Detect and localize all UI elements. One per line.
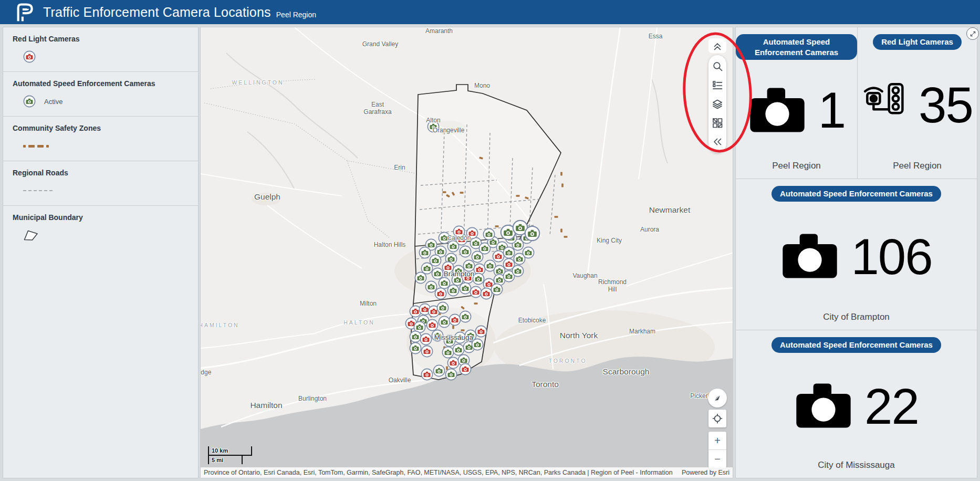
legend-section-municipal-boundary: Municipal Boundary — [3, 206, 198, 250]
scale-km-label: 10 km — [209, 446, 251, 455]
powered-by-esri-link[interactable]: Powered by Esri — [682, 469, 729, 476]
camera-marker-red-light[interactable] — [421, 345, 433, 358]
red-light-camera-icon — [862, 81, 907, 129]
attribution-bar: Province of Ontario, Esri Canada, Esri, … — [201, 467, 733, 478]
zoom-out-button[interactable]: − — [708, 450, 726, 468]
camera-marker-red-light[interactable] — [453, 225, 465, 238]
stat-card-header: Automated Speed Enforcement Cameras — [736, 34, 857, 60]
camera-markers-layer — [201, 27, 733, 478]
speed-camera-icon — [748, 85, 807, 137]
search-button[interactable] — [711, 59, 724, 73]
legend-symbol-dash-brown — [23, 140, 189, 152]
camera-marker-speed[interactable] — [491, 283, 503, 296]
stat-caption: Peel Region — [893, 161, 942, 171]
legend-symbol-marker: Active — [23, 95, 189, 108]
camera-marker-speed[interactable] — [447, 284, 460, 297]
legend-section-title: Regional Roads — [13, 169, 189, 177]
legend-symbol-polygon — [23, 229, 189, 242]
attribution-text: Province of Ontario, Esri Canada, Esri, … — [204, 469, 674, 476]
camera-marker-red-light[interactable] — [459, 363, 472, 375]
legend-section-red-light-cameras: Red Light Cameras — [3, 27, 198, 72]
camera-marker-speed[interactable] — [433, 364, 445, 377]
scale-bar: 10 km 5 mi — [208, 446, 252, 464]
camera-marker-speed[interactable] — [471, 338, 484, 351]
legend-symbol-marker — [23, 50, 189, 63]
legend-section-title: Municipal Boundary — [13, 213, 189, 222]
stat-card-city-of-brampton-automated-speed-enforcement-cameras: Automated Speed Enforcement Cameras106Ci… — [735, 179, 977, 330]
legend-section-title: Automated Speed Enforcement Cameras — [13, 79, 189, 88]
camera-marker-speed[interactable] — [436, 301, 449, 314]
stat-value: 106 — [851, 228, 932, 286]
page-subtitle: Peel Region — [276, 11, 316, 19]
stat-value: 1 — [818, 81, 845, 139]
legend-list-button[interactable] — [711, 78, 724, 92]
camera-marker-speed[interactable] — [483, 228, 495, 240]
camera-marker-speed[interactable] — [431, 329, 444, 342]
camera-marker-speed[interactable] — [522, 246, 535, 259]
locate-button[interactable] — [708, 410, 726, 427]
legend-item-label: Active — [44, 98, 62, 106]
camera-marker-speed[interactable] — [419, 246, 431, 259]
legend-section-automated-speed-enforcement-cameras: Automated Speed Enforcement CamerasActiv… — [3, 72, 198, 117]
speed-camera-icon — [780, 231, 839, 283]
camera-marker-speed[interactable] — [459, 310, 472, 323]
basemap-gallery-button[interactable] — [711, 116, 724, 130]
stat-value: 22 — [864, 378, 919, 435]
traffic-camera-dashboard: Traffic Enforcement Camera Locations Pee… — [0, 0, 980, 481]
collapse-left-button[interactable] — [711, 135, 724, 149]
camera-marker-red-light[interactable] — [466, 227, 478, 239]
camera-marker-speed[interactable] — [512, 265, 524, 277]
stat-value: 35 — [919, 76, 973, 134]
legend-section-title: Red Light Cameras — [13, 35, 189, 43]
scale-mi-label: 5 mi — [209, 456, 242, 464]
legend-section-regional-roads: Regional Roads — [3, 161, 198, 206]
stat-caption: Peel Region — [772, 161, 821, 171]
compass-button[interactable] — [708, 389, 727, 407]
collapse-up-button[interactable] — [708, 38, 726, 53]
camera-marker-speed[interactable] — [427, 120, 440, 133]
peel-region-logo-icon — [15, 2, 35, 22]
map[interactable]: AmaranthGrand ValleyWELLINGTONMonoEast G… — [200, 27, 733, 478]
camera-marker-speed[interactable] — [409, 342, 422, 354]
layers-button[interactable] — [711, 97, 724, 111]
stat-caption: City of Mississauga — [818, 460, 894, 470]
legend-panel: Red Light CamerasAutomated Speed Enforce… — [3, 27, 199, 478]
expand-button[interactable] — [966, 27, 979, 40]
stat-card-peel-region-red-light-cameras: Red Light Cameras35Peel Region — [857, 27, 977, 179]
stat-card-city-of-mississauga-automated-speed-enforcement-cameras: Automated Speed Enforcement Cameras22Cit… — [735, 330, 977, 478]
map-toolbar — [708, 55, 726, 153]
camera-marker-speed[interactable] — [414, 271, 427, 284]
legend-symbol-dash-gray — [23, 184, 189, 197]
zoom-in-button[interactable]: + — [708, 432, 726, 450]
stat-card-peel-region-automated-speed-enforcement-cameras: Automated Speed Enforcement Cameras1Peel… — [735, 27, 858, 179]
camera-marker-red-light[interactable] — [434, 287, 447, 300]
stat-card-header: Automated Speed Enforcement Cameras — [772, 337, 941, 353]
legend-section-title: Community Safety Zones — [13, 124, 189, 132]
stat-card-header: Automated Speed Enforcement Cameras — [772, 186, 941, 202]
camera-marker-red-light[interactable] — [475, 325, 487, 338]
camera-marker-speed[interactable] — [445, 368, 457, 381]
camera-marker-red-light[interactable] — [421, 368, 433, 381]
app-header: Traffic Enforcement Camera Locations Pee… — [0, 0, 980, 24]
page-title: Traffic Enforcement Camera Locations — [43, 5, 271, 20]
stat-card-header: Red Light Cameras — [873, 34, 962, 50]
legend-section-community-safety-zones: Community Safety Zones — [3, 117, 198, 161]
stats-panel: Automated Speed Enforcement Cameras1Peel… — [735, 27, 977, 478]
stat-caption: City of Brampton — [823, 312, 890, 322]
camera-marker-speed[interactable] — [524, 225, 540, 242]
speed-camera-icon — [794, 380, 853, 432]
